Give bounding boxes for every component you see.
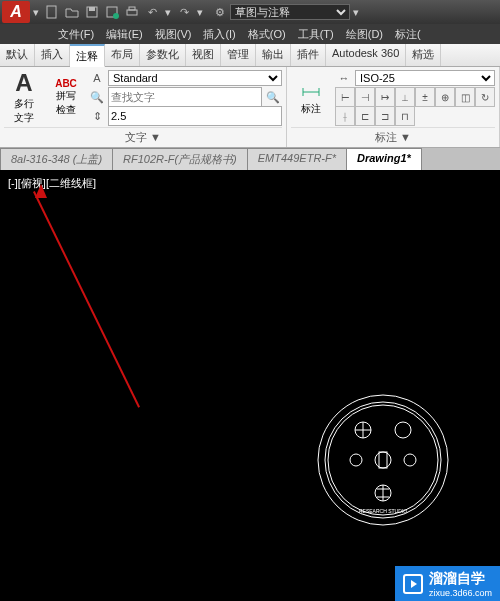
annotation-arrow (33, 191, 140, 408)
find-icon[interactable]: 🔍 (88, 88, 106, 106)
tab-insert[interactable]: 插入 (35, 44, 70, 66)
svg-rect-6 (129, 7, 135, 10)
quick-access-toolbar: A ▾ ↶ ▾ ↷ ▾ ⚙ 草图与注释 ▾ (0, 0, 500, 24)
panel-dim-title[interactable]: 标注 ▼ (291, 127, 495, 145)
drawing-canvas[interactable]: [-][俯视][二维线框] RESEARCH STUDIO 溜溜自学 zix (0, 170, 500, 601)
play-icon (403, 574, 423, 594)
tab-view[interactable]: 视图 (186, 44, 221, 66)
undo-icon[interactable]: ↶ (144, 4, 160, 20)
dimspace-icon[interactable]: ⊣ (355, 87, 375, 107)
print-icon[interactable] (124, 4, 140, 20)
doc-tab-2[interactable]: RF102R-F(产品规格书) (112, 148, 248, 170)
dimension-icon (299, 78, 323, 102)
dimbaseline-icon[interactable]: ⟂ (395, 87, 415, 107)
panel-text: A 多行 文字 ABC 拼写 检查 A Standard 🔍 🔍 ⇕ (0, 67, 287, 147)
abc-icon: ABC (55, 78, 77, 89)
text-height-input[interactable] (108, 106, 282, 126)
textheight-icon[interactable]: ⇕ (88, 107, 106, 125)
svg-point-15 (404, 454, 416, 466)
open-icon[interactable] (64, 4, 80, 20)
doc-tab-1[interactable]: 8al-316-348 (上盖) (0, 148, 113, 170)
spellcheck-button[interactable]: ABC 拼写 检查 (48, 69, 84, 125)
dimtool1-icon[interactable]: ⟊ (335, 106, 355, 126)
dimcontinue-icon[interactable]: ↦ (375, 87, 395, 107)
dim-style-select[interactable]: ISO-25 (355, 70, 495, 86)
viewport-label[interactable]: [-][俯视][二维线框] (8, 176, 96, 191)
mtext-button[interactable]: A 多行 文字 (4, 69, 44, 125)
diminspect-icon[interactable]: ◫ (455, 87, 475, 107)
watermark-brand: 溜溜自学 (429, 570, 492, 588)
workspace-select[interactable]: 草图与注释 (230, 4, 350, 20)
tab-output[interactable]: 输出 (256, 44, 291, 66)
doc-tab-4[interactable]: Drawing1* (346, 148, 422, 170)
dim-tools-upper: ⊢ ⊣ ↦ ⟂ ± ⊕ ◫ ↻ (335, 88, 495, 106)
svg-rect-5 (127, 10, 137, 15)
watermark-url: zixue.3d66.com (429, 588, 492, 598)
menu-file[interactable]: 文件(F) (52, 27, 100, 42)
annotation-arrow-head (35, 184, 47, 198)
drawing-flange: RESEARCH STUDIO (308, 385, 458, 535)
menu-view[interactable]: 视图(V) (149, 27, 198, 42)
tab-param[interactable]: 参数化 (140, 44, 186, 66)
menu-draw[interactable]: 绘图(D) (340, 27, 389, 42)
dimstyle-icon[interactable]: ↔ (335, 69, 353, 87)
panel-dimension: 标注 ↔ ISO-25 ⊢ ⊣ ↦ ⟂ ± ⊕ ◫ ↻ ⟊ (287, 67, 500, 147)
redo-icon[interactable]: ↷ (176, 4, 192, 20)
document-tabs: 8al-316-348 (上盖) RF102R-F(产品规格书) EMT449E… (0, 148, 500, 170)
svg-rect-2 (89, 7, 95, 11)
text-style-select[interactable]: Standard (108, 70, 282, 86)
tab-a360[interactable]: Autodesk 360 (326, 44, 406, 66)
svg-point-4 (113, 13, 119, 19)
ribbon-tabs: 默认 插入 注释 布局 参数化 视图 管理 输出 插件 Autodesk 360… (0, 44, 500, 67)
undo-drop-icon[interactable]: ▾ (162, 6, 174, 19)
qat-overflow-icon[interactable]: ▾ (350, 6, 362, 19)
dimension-label: 标注 (301, 102, 321, 116)
tab-annotate[interactable]: 注释 (70, 44, 105, 67)
svg-text:RESEARCH  STUDIO: RESEARCH STUDIO (359, 508, 407, 514)
dimtool3-icon[interactable]: ⊐ (375, 106, 395, 126)
save-icon[interactable] (84, 4, 100, 20)
mtext-label: 多行 文字 (14, 97, 34, 125)
spell-label: 拼写 检查 (56, 89, 76, 117)
menu-format[interactable]: 格式(O) (242, 27, 292, 42)
svg-rect-0 (47, 6, 56, 18)
ribbon: A 多行 文字 ABC 拼写 检查 A Standard 🔍 🔍 ⇕ (0, 67, 500, 148)
workspace-gear-icon[interactable]: ⚙ (212, 4, 228, 20)
textstyle-icon[interactable]: A (88, 69, 106, 87)
find-go-icon[interactable]: 🔍 (264, 88, 282, 106)
app-logo[interactable]: A (2, 1, 30, 23)
doc-tab-3[interactable]: EMT449ETR-F* (247, 148, 347, 170)
panel-text-title[interactable]: 文字 ▼ (4, 127, 282, 145)
tab-default[interactable]: 默认 (0, 44, 35, 66)
dimtol-icon[interactable]: ± (415, 87, 435, 107)
app-menu-dropdown-icon[interactable]: ▾ (30, 6, 42, 19)
dimtool2-icon[interactable]: ⊏ (355, 106, 375, 126)
svg-rect-14 (379, 452, 387, 468)
svg-point-11 (395, 422, 411, 438)
menu-annotate[interactable]: 标注( (389, 27, 427, 42)
svg-point-7 (318, 395, 448, 525)
dimupdate-icon[interactable]: ↻ (475, 87, 495, 107)
dimbreak-icon[interactable]: ⊢ (335, 87, 355, 107)
tab-addins[interactable]: 插件 (291, 44, 326, 66)
svg-point-12 (350, 454, 362, 466)
redo-drop-icon[interactable]: ▾ (194, 6, 206, 19)
menu-bar: 文件(F) 编辑(E) 视图(V) 插入(I) 格式(O) 工具(T) 绘图(D… (0, 24, 500, 44)
saveas-icon[interactable] (104, 4, 120, 20)
dim-tools-lower: ⟊ ⊏ ⊐ ⊓ (335, 107, 495, 125)
svg-point-13 (375, 452, 391, 468)
dimension-button[interactable]: 标注 (291, 69, 331, 125)
tab-manage[interactable]: 管理 (221, 44, 256, 66)
tab-layout[interactable]: 布局 (105, 44, 140, 66)
tab-featured[interactable]: 精选 (406, 44, 441, 66)
find-text-input[interactable] (108, 87, 262, 107)
menu-tools[interactable]: 工具(T) (292, 27, 340, 42)
dimtool4-icon[interactable]: ⊓ (395, 106, 415, 126)
menu-edit[interactable]: 编辑(E) (100, 27, 149, 42)
watermark-badge: 溜溜自学 zixue.3d66.com (395, 566, 500, 601)
new-icon[interactable] (44, 4, 60, 20)
dimcenter-icon[interactable]: ⊕ (435, 87, 455, 107)
menu-insert[interactable]: 插入(I) (197, 27, 241, 42)
